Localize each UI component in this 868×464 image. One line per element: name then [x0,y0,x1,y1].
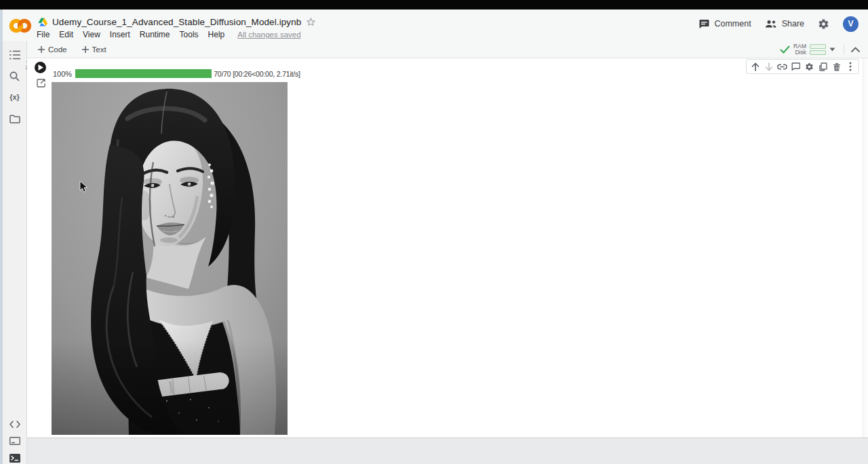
star-icon[interactable] [306,17,316,27]
toolbar-divider [844,44,844,55]
settings-gear-icon[interactable] [818,18,829,30]
plus-icon [82,46,89,53]
menu-edit[interactable]: Edit [59,30,73,39]
terminal-icon[interactable] [9,452,21,464]
colab-logo-icon[interactable] [9,17,32,35]
resource-gauges [810,44,826,55]
bottom-strip [27,438,868,464]
save-status[interactable]: All changes saved [237,31,300,39]
plus-icon [38,46,45,53]
notebook-title[interactable]: Udemy_Course_1_Advanced_Stable_Diffusion… [52,17,301,27]
progress-bar [75,69,212,78]
notebook-toolbar: Code Text RAM Disk [27,41,868,58]
ram-gauge [810,44,826,49]
share-people-icon [765,20,777,28]
share-button[interactable]: Share [765,19,804,28]
scrollbar[interactable] [863,58,867,438]
mirror-cell-copy-icon[interactable] [817,61,829,73]
header-actions: Comment Share V [698,16,859,32]
share-label: Share [782,19,804,28]
menu-help[interactable]: Help [208,30,225,39]
cell-toolbar [746,59,859,74]
disk-gauge [810,50,826,55]
menu-runtime[interactable]: Runtime [140,30,170,39]
colab-app: Udemy_Course_1_Advanced_Stable_Diffusion… [3,9,868,464]
menu-view[interactable]: View [83,30,100,39]
table-of-contents-icon[interactable] [9,49,21,61]
notebook-content: 100% 70/70 [00:26<00:00, 2.71it/s] [27,58,868,438]
left-sidebar: {x} [3,41,27,464]
progress-stats: 70/70 [00:26<00:00, 2.71it/s] [214,70,300,78]
add-text-button[interactable]: Text [78,43,111,56]
play-icon [38,64,43,71]
add-code-button[interactable]: Code [34,43,71,56]
comment-label: Comment [714,19,751,28]
editor-settings-gear-icon[interactable] [804,61,815,73]
drive-file-icon [38,18,47,26]
comment-button[interactable]: Comment [698,19,751,29]
files-folder-icon[interactable] [9,113,21,125]
variables-icon[interactable]: {x} [9,91,21,103]
connected-check-icon [780,45,790,54]
copy-link-to-cell-icon[interactable] [776,61,788,73]
menu-file[interactable]: File [37,30,50,39]
output-image-portrait [52,82,288,435]
tqdm-progress-widget: 100% 70/70 [00:26<00:00, 2.71it/s] [53,69,300,78]
disk-label: Disk [795,50,806,56]
variables-glyph: {x} [9,93,20,101]
menu-bar: File Edit View Insert Runtime Tools Help… [37,28,301,41]
show-output-toggle[interactable] [37,79,45,88]
add-comment-icon[interactable] [790,61,802,73]
code-snippets-icon[interactable] [9,418,21,430]
top-letterbox-bar [0,0,868,9]
collapse-header-chevron[interactable] [851,47,860,52]
move-cell-up-icon[interactable] [749,61,761,73]
avatar[interactable]: V [843,16,859,32]
more-cell-actions-icon[interactable] [844,61,856,73]
dropdown-caret-icon [829,47,835,52]
search-icon[interactable] [9,70,21,82]
delete-cell-icon[interactable] [831,61,842,73]
colab-window: Udemy_Course_1_Advanced_Stable_Diffusion… [0,0,868,464]
progress-percent: 100% [53,70,72,78]
run-cell-button[interactable] [35,62,46,73]
menu-insert[interactable]: Insert [110,30,130,39]
add-text-label: Text [92,45,106,54]
add-code-label: Code [48,45,67,54]
title-row: Udemy_Course_1_Advanced_Stable_Diffusion… [38,15,316,28]
resource-monitor[interactable]: RAM Disk [780,43,838,56]
command-palette-icon[interactable] [9,435,21,447]
move-cell-down-icon[interactable] [763,61,774,73]
menu-tools[interactable]: Tools [180,30,199,39]
comment-icon [698,19,709,29]
